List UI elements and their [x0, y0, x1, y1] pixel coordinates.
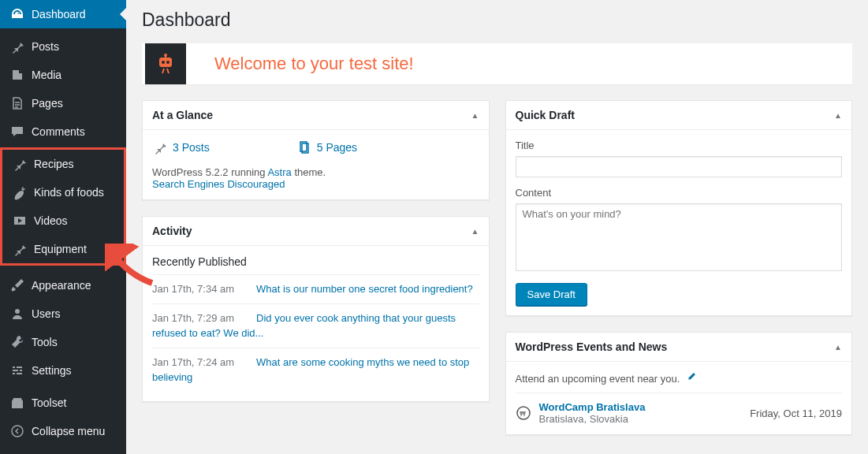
svg-rect-6 — [165, 55, 166, 58]
sidebar-item-toolset[interactable]: Toolset — [0, 389, 126, 417]
brush-icon — [9, 277, 25, 293]
wp-version-line: WordPress 5.2.2 running Astra theme. — [152, 166, 479, 178]
sidebar-item-label: Media — [32, 69, 61, 81]
posts-count: 3 Posts — [173, 141, 210, 154]
sidebar-item-label: Toolset — [32, 396, 66, 409]
user-icon — [9, 306, 25, 322]
svg-point-3 — [162, 61, 165, 64]
title-label: Title — [516, 140, 843, 151]
box-title: Quick Draft — [516, 109, 575, 121]
sidebar-item-label: Kinds of foods — [34, 186, 104, 199]
carrot-icon — [12, 184, 28, 200]
chevron-up-icon[interactable]: ▲ — [471, 111, 479, 120]
page-title: Dashboard — [142, 0, 852, 43]
sidebar-item-equipment[interactable]: Equipment — [2, 235, 124, 263]
at-a-glance-box: At a Glance ▲ 3 Posts 5 Pages — [142, 100, 490, 200]
event-location: Bratislava, Slovakia — [539, 413, 751, 425]
media-icon — [9, 67, 25, 83]
chevron-up-icon[interactable]: ▲ — [834, 111, 842, 120]
sidebar-item-label: Videos — [34, 214, 68, 227]
save-draft-button[interactable]: Save Draft — [516, 283, 587, 306]
video-icon — [12, 213, 28, 229]
pin-icon — [9, 39, 25, 54]
activity-subheading: Recently Published — [152, 255, 479, 274]
box-header[interactable]: Activity ▲ — [143, 217, 489, 246]
toolset-icon — [9, 395, 25, 411]
quick-draft-box: Quick Draft ▲ Title Content Save Draft — [505, 100, 853, 316]
admin-sidebar: Dashboard Posts Media Pages Comments Rec… — [0, 0, 126, 454]
page-icon — [9, 95, 25, 111]
pin-icon — [152, 140, 168, 155]
activity-time: Jan 17th, 7:34 am — [152, 283, 234, 295]
sidebar-item-appearance[interactable]: Appearance — [0, 271, 126, 300]
sidebar-item-media[interactable]: Media — [0, 61, 126, 89]
svg-point-4 — [166, 61, 170, 64]
pages-count: 5 Pages — [317, 141, 357, 154]
wordcamp-icon — [516, 405, 531, 421]
activity-time: Jan 17th, 7:24 am — [152, 356, 234, 368]
pin-icon — [12, 241, 28, 257]
box-title: WordPress Events and News — [516, 340, 668, 353]
pin-icon — [12, 156, 28, 172]
sidebar-item-label: Collapse menu — [32, 425, 105, 437]
welcome-message: Welcome to your test site! — [186, 54, 414, 74]
main-content: Dashboard Welcome to your test site! At … — [126, 0, 868, 454]
box-header[interactable]: WordPress Events and News ▲ — [506, 333, 852, 362]
event-name-link[interactable]: WordCamp Bratislava — [539, 401, 646, 413]
sidebar-item-label: Settings — [32, 364, 72, 377]
activity-row: Jan 17th, 7:34 amWhat is our number one … — [152, 274, 479, 303]
activity-row: Jan 17th, 7:24 amWhat are some cooking m… — [152, 348, 479, 392]
sidebar-item-users[interactable]: Users — [0, 300, 126, 328]
sidebar-item-settings[interactable]: Settings — [0, 356, 126, 385]
event-item: WordCamp Bratislava Bratislava, Slovakia… — [516, 393, 843, 425]
sidebar-item-comments[interactable]: Comments — [0, 117, 126, 146]
activity-box: Activity ▲ Recently Published Jan 17th, … — [142, 216, 490, 402]
sidebar-item-posts[interactable]: Posts — [0, 32, 126, 61]
sidebar-item-kinds-of-foods[interactable]: Kinds of foods — [2, 178, 124, 207]
sidebar-item-recipes[interactable]: Recipes — [2, 150, 124, 178]
welcome-panel: Welcome to your test site! — [142, 43, 852, 84]
sidebar-item-label: Equipment — [34, 243, 87, 255]
pages-link[interactable]: 5 Pages — [296, 140, 357, 155]
sidebar-item-label: Pages — [32, 97, 63, 110]
activity-row: Jan 17th, 7:29 amDid you ever cook anyth… — [152, 303, 479, 348]
comment-icon — [9, 124, 25, 140]
sidebar-item-label: Dashboard — [32, 8, 86, 20]
sidebar-item-collapse[interactable]: Collapse menu — [0, 417, 126, 445]
highlighted-nav-group: Recipes Kinds of foods Videos Equipment — [0, 147, 126, 266]
draft-title-input[interactable] — [516, 156, 843, 177]
sidebar-item-label: Tools — [32, 336, 58, 348]
wrench-icon — [9, 334, 25, 350]
activity-time: Jan 17th, 7:29 am — [152, 312, 234, 324]
box-title: Activity — [152, 225, 192, 237]
pencil-icon[interactable] — [686, 373, 697, 385]
robot-icon — [145, 43, 186, 84]
posts-link[interactable]: 3 Posts — [152, 140, 210, 155]
svg-rect-2 — [159, 58, 172, 67]
sliders-icon — [9, 363, 25, 378]
events-attend-text: Attend an upcoming event near you. — [516, 371, 843, 393]
box-title: At a Glance — [152, 109, 213, 121]
gauge-icon — [9, 6, 25, 22]
pages-icon — [296, 140, 312, 155]
events-news-box: WordPress Events and News ▲ Attend an up… — [505, 332, 853, 435]
sidebar-item-label: Comments — [32, 125, 85, 138]
collapse-icon — [9, 423, 25, 439]
sidebar-item-videos[interactable]: Videos — [2, 207, 124, 235]
sidebar-item-tools[interactable]: Tools — [0, 328, 126, 356]
sidebar-item-dashboard[interactable]: Dashboard — [0, 0, 126, 28]
box-header[interactable]: Quick Draft ▲ — [506, 101, 852, 130]
content-label: Content — [516, 187, 843, 199]
search-engines-link[interactable]: Search Engines Discouraged — [152, 178, 285, 190]
sidebar-item-label: Appearance — [32, 279, 91, 292]
activity-link[interactable]: What is our number one secret food ingre… — [256, 283, 473, 295]
box-header[interactable]: At a Glance ▲ — [143, 101, 489, 130]
sidebar-item-label: Users — [32, 307, 61, 320]
sidebar-item-label: Posts — [32, 40, 59, 53]
chevron-up-icon[interactable]: ▲ — [834, 343, 842, 352]
draft-content-textarea[interactable] — [516, 203, 843, 271]
theme-link[interactable]: Astra — [267, 166, 291, 178]
chevron-up-icon[interactable]: ▲ — [471, 227, 479, 236]
sidebar-item-pages[interactable]: Pages — [0, 89, 126, 117]
sidebar-item-label: Recipes — [34, 158, 74, 170]
